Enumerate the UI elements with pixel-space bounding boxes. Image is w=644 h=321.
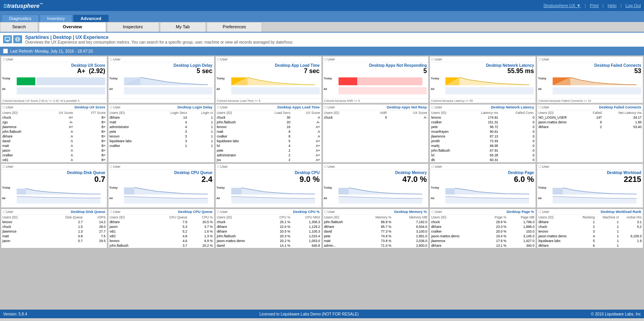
table-row-1: □ User Desktop UX Score Users (ID)UX Sco…: [1, 104, 643, 163]
version-label: Version: 5.8.4: [3, 312, 27, 316]
app-logo: Stratusphere™: [3, 2, 43, 9]
table-ux-score[interactable]: □ User Desktop UX Score Users (ID)UX Sco…: [1, 104, 107, 163]
svg-marker-31: [231, 188, 315, 194]
license-label: Licensed to Liquidware Labs Demo (NOT FO…: [259, 312, 359, 316]
svg-marker-29: [124, 196, 207, 204]
svg-marker-28: [124, 187, 207, 194]
card-failed-connects[interactable]: □ User Desktop Failed Connects 53 Today …: [537, 56, 643, 103]
card-type-label: □ User: [325, 57, 335, 61]
tab-preferences[interactable]: Preferences: [207, 22, 262, 32]
tab-search[interactable]: Search: [0, 22, 38, 32]
nav-tabs: Diagnostics Inventory Advanced: [0, 11, 644, 22]
table-page-pct[interactable]: □ User Desktop Page % Users (ID)Page %Pa…: [429, 209, 536, 248]
card-ux-score[interactable]: □ User Desktop UX Score A+ (2.92) Today …: [1, 56, 107, 103]
svg-rect-14: [231, 87, 319, 94]
card-login-delay[interactable]: □ User Desktop Login Delay 5 sec Today A…: [108, 56, 215, 103]
ux-link[interactable]: Stratusphere UX ▼: [543, 3, 581, 8]
svg-rect-15: [338, 77, 357, 85]
svg-rect-16: [357, 77, 422, 85]
tab-inspectors[interactable]: Inspectors: [107, 22, 159, 32]
card-network-latency[interactable]: □ User Desktop Network Latency 55.95 ms …: [429, 56, 536, 103]
card-type-label: □ User: [3, 57, 13, 61]
card-type-label: □ User: [217, 57, 228, 61]
main-content: □ User Desktop UX Score A+ (2.92) Today …: [0, 55, 644, 310]
table-failed-connects[interactable]: □ User Desktop Failed Connects Users (ID…: [537, 104, 643, 163]
svg-marker-38: [446, 196, 529, 204]
status-bar: Version: 5.8.4 Licensed to Liquidware La…: [0, 310, 644, 318]
table-network-latency[interactable]: □ User Desktop Network Latency Users (ID…: [429, 104, 536, 163]
card-disk-queue[interactable]: □ User Desktop Disk Queue 0.7 Today All: [1, 163, 107, 208]
card-app-load-time[interactable]: □ User Desktop App Load Time 7 sec Today…: [215, 56, 322, 103]
tab-diagnostics[interactable]: Diagnostics: [2, 15, 39, 22]
refresh-checkbox[interactable]: [3, 49, 8, 53]
copyright-label: © 2016 Liquidware Labs, Inc: [591, 312, 641, 316]
logout-link[interactable]: Log Out: [626, 3, 641, 8]
svg-marker-34: [338, 188, 422, 194]
page-header: Sparklines | Desktop | UX Experience Ove…: [0, 33, 644, 47]
table-login-delay[interactable]: □ User Desktop Login Delay Users (ID)Log…: [108, 104, 215, 163]
svg-rect-11: [124, 87, 212, 94]
globe-icon: [13, 35, 22, 43]
refresh-label: Last Refresh: Monday, July 11, 2016 - 18…: [10, 49, 93, 53]
print-link[interactable]: Print: [590, 3, 599, 8]
card-memory[interactable]: □ User Desktop Memory 47.0 % Today All: [323, 163, 429, 208]
page-description: Overviews the UX Experience and key cons…: [25, 40, 294, 44]
app-header: Stratusphere™ Stratusphere UX ▼ | Print …: [0, 0, 644, 11]
resource-sparkline-row: □ User Desktop Disk Queue 0.7 Today All: [1, 163, 643, 208]
table-app-load-time[interactable]: □ User Desktop Apps Load Time Users (ID)…: [215, 104, 322, 163]
tab-advanced[interactable]: Advanced: [73, 15, 109, 22]
card-type-label: □ User: [110, 57, 121, 61]
tab-mytab[interactable]: My Tab: [160, 22, 206, 32]
svg-rect-8: [17, 87, 105, 94]
card-type-label: □ User: [431, 57, 442, 61]
page-breadcrumb[interactable]: Sparklines | Desktop | UX Experience: [25, 35, 294, 40]
help-link[interactable]: Help: [607, 3, 616, 8]
table-memory-pct[interactable]: □ User Desktop Memory % Users (ID)Memory…: [323, 209, 429, 248]
svg-rect-17: [338, 87, 427, 94]
svg-rect-6: [17, 77, 35, 85]
monitor-icon: [3, 35, 12, 43]
svg-rect-7: [36, 77, 105, 85]
svg-rect-23: [553, 87, 641, 94]
content-tabs: Search Overview Inspectors My Tab Prefer…: [0, 22, 644, 33]
svg-rect-0: [5, 37, 10, 40]
svg-rect-20: [446, 87, 534, 94]
header-links: Stratusphere UX ▼ | Print | Help | Log O…: [543, 3, 641, 8]
svg-marker-41: [553, 196, 637, 204]
svg-marker-25: [17, 189, 101, 194]
refresh-bar: Last Refresh: Monday, July 11, 2016 - 18…: [0, 47, 644, 55]
table-workload-rank[interactable]: □ User Desktop Workload Rank Users (ID)R…: [537, 209, 643, 248]
svg-marker-32: [231, 196, 315, 204]
card-page[interactable]: □ User Desktop Page 6.0 % Today All: [429, 163, 536, 208]
svg-marker-35: [338, 196, 422, 204]
tab-overview[interactable]: Overview: [39, 22, 106, 32]
card-apps-not-responding[interactable]: □ User Desktop Apps Not Responding 5 Tod…: [323, 56, 429, 103]
svg-marker-40: [553, 188, 637, 194]
resource-table-row: □ User Desktop Disk Queue Users (ID)Disk…: [1, 209, 643, 248]
svg-marker-37: [446, 188, 529, 194]
sparkline-row: □ User Desktop UX Score A+ (2.92) Today …: [1, 56, 643, 103]
card-workload[interactable]: □ User Desktop Workload 2215 Today All: [537, 163, 643, 208]
table-apps-not-resp[interactable]: □ User Desktop Apps Not Resp Users (ID)A…: [323, 104, 429, 163]
card-type-label: □ User: [539, 57, 549, 61]
card-cpu-queue[interactable]: □ User Desktop CPU Queue 2.4 Today All: [108, 163, 215, 208]
tab-inventory[interactable]: Inventory: [40, 15, 72, 22]
card-cpu[interactable]: □ User Desktop CPU 9.0 % Today All: [215, 163, 322, 208]
table-cpu-queue[interactable]: □ User Desktop CPU Queue Users (ID)CPU Q…: [108, 209, 215, 248]
table-cpu-pct[interactable]: □ User Desktop CPU % Users (ID)CPU %CPU …: [215, 209, 322, 248]
table-disk-queue[interactable]: □ User Desktop Disk Queue Users (ID)Disk…: [1, 209, 107, 248]
